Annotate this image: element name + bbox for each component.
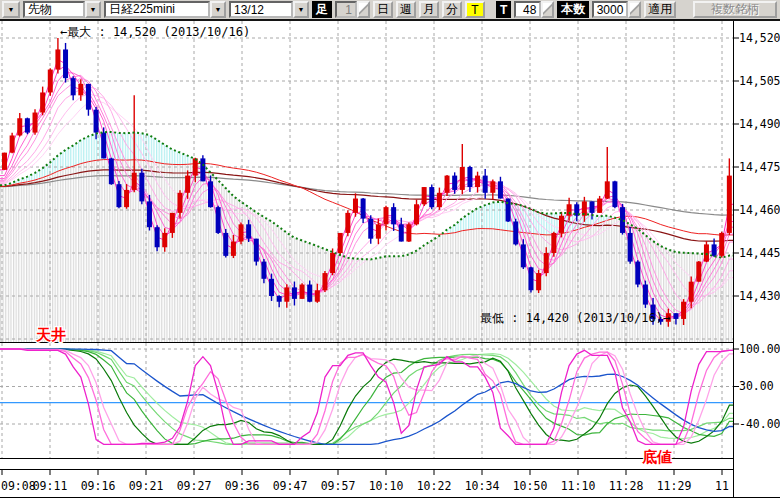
time-axis-label: 11 xyxy=(715,479,729,493)
bar-count-input[interactable]: 3000 xyxy=(592,1,628,18)
time-axis-label: 09:36 xyxy=(225,479,260,493)
chart-canvas: 14,520 14,505 14,490 14,475 14,460 14,44… xyxy=(0,0,780,500)
price-axis-label: 14,430 xyxy=(739,289,780,303)
timeframe-day-button[interactable]: 日 xyxy=(373,1,393,18)
interval-input[interactable]: 1 xyxy=(335,1,357,18)
bottom-price-label: 底値 xyxy=(641,448,672,465)
bar-type-label: 足 xyxy=(312,1,332,18)
dropdown-arrow-icon[interactable]: ▼ xyxy=(85,1,101,18)
oscillator-axis-label: 30.00 xyxy=(739,379,774,393)
time-axis-label: 11:29 xyxy=(657,479,692,493)
ceiling-label: 天井 xyxy=(35,326,66,343)
timeframe-week-button[interactable]: 週 xyxy=(396,1,416,18)
dropdown-arrow-icon[interactable]: ▼ xyxy=(210,1,226,18)
price-axis-label: 14,505 xyxy=(739,74,780,88)
timeframe-tick-button[interactable]: T xyxy=(465,1,485,18)
dropdown-arrow-icon[interactable]: ▼ xyxy=(293,1,309,18)
price-axis-label: 14,490 xyxy=(739,117,780,131)
timeframe-minute-button[interactable]: 分 xyxy=(442,1,462,18)
oscillator-axis-label: -40.00 xyxy=(739,417,780,431)
tick-count-label: T xyxy=(496,1,511,18)
interval-stepper[interactable]: 1 xyxy=(335,1,370,18)
category-combo[interactable]: 先物 ▼ xyxy=(23,1,101,18)
spinner-icon[interactable] xyxy=(541,1,554,18)
time-axis-label: 10:50 xyxy=(513,479,548,493)
price-axis-label: 14,460 xyxy=(739,203,780,217)
price-axis-label: 14,475 xyxy=(739,160,780,174)
oscillator-axis-label: 100.00 xyxy=(739,342,780,356)
category-select-value[interactable]: 先物 xyxy=(23,1,85,18)
spinner-icon[interactable] xyxy=(357,1,370,18)
bar-count-label: 本数 xyxy=(557,1,589,18)
time-axis-label: 09:08 xyxy=(1,479,36,493)
time-axis-label: 10:34 xyxy=(465,479,500,493)
price-axis-label: 14,445 xyxy=(739,246,780,260)
timeframe-month-button[interactable]: 月 xyxy=(419,1,439,18)
time-axis-label: 11:28 xyxy=(609,479,644,493)
toolbar-divider xyxy=(0,19,780,21)
hidden-symbol-combo[interactable]: ▼ xyxy=(2,1,20,18)
min-price-annotation: 最低 : 14,420 (2013/10/16)→ xyxy=(480,311,670,325)
spinner-icon[interactable] xyxy=(628,1,641,18)
time-axis-label: 10:10 xyxy=(369,479,404,493)
bar-count-stepper[interactable]: 3000 xyxy=(592,1,641,18)
time-axis-label: 09:57 xyxy=(321,479,356,493)
price-axis-label: 14,520 xyxy=(739,31,780,45)
contract-select-value[interactable]: 13/12 xyxy=(229,1,293,18)
tick-count-input[interactable]: 48 xyxy=(514,1,541,18)
max-price-annotation: ←最大 : 14,520 (2013/10/16) xyxy=(60,25,250,39)
contract-combo[interactable]: 13/12 ▼ xyxy=(229,1,309,18)
time-axis-label: 09:16 xyxy=(81,479,116,493)
symbol-combo[interactable]: 日経225mini ▼ xyxy=(104,1,226,18)
tick-count-stepper[interactable]: 48 xyxy=(514,1,554,18)
time-axis-label: 10:22 xyxy=(417,479,452,493)
multi-symbol-button[interactable]: 複数銘柄 xyxy=(693,1,777,18)
time-axis-label: 09:27 xyxy=(177,479,212,493)
dropdown-arrow-icon[interactable]: ▼ xyxy=(2,1,20,18)
symbol-select-value[interactable]: 日経225mini xyxy=(104,1,210,18)
time-axis-label: 09:21 xyxy=(129,479,164,493)
time-axis-label: 09:11 xyxy=(33,479,68,493)
apply-button[interactable]: 適用 xyxy=(644,1,676,18)
time-axis-label: 11:10 xyxy=(561,479,596,493)
time-axis-label: 09:47 xyxy=(273,479,308,493)
toolbar: ▼ 先物 ▼ 日経225mini ▼ 13/12 ▼ 足 1 日 週 月 分 T… xyxy=(0,0,780,19)
